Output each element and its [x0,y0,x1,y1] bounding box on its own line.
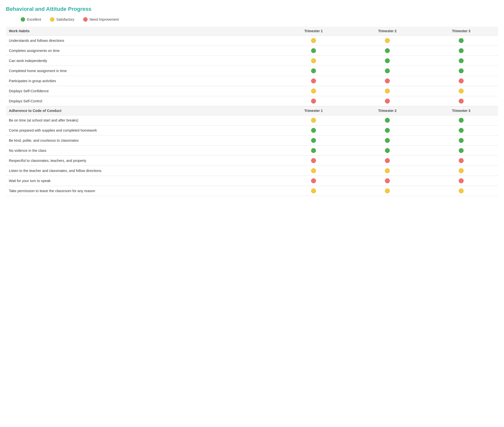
satisfactory-dot-icon [385,188,390,193]
satisfactory-dot-icon [385,38,390,43]
row-value-t1 [277,86,350,96]
legend-need-improvement: Need Improvement [83,17,119,22]
satisfactory-dot-icon [50,17,54,22]
excellent-dot-icon [459,148,464,153]
table-row: Listen to the teacher and classmates, an… [6,166,498,176]
section-header-0: Work HabitsTrimester 1Trimester 2Trimest… [6,27,498,36]
row-value-t1 [277,146,350,156]
need-improvement-dot-icon [459,158,464,163]
excellent-dot-icon [459,138,464,143]
row-value-t2 [350,156,424,166]
row-value-t3 [424,56,498,66]
table-row: Wait for your turn to speak [6,176,498,186]
table-row: Understands and follows directions [6,36,498,46]
need-improvement-dot-icon [459,78,464,83]
need-improvement-dot-icon [385,158,390,163]
need-improvement-dot-icon [311,158,316,163]
row-value-t3 [424,176,498,186]
row-label: Completed home assignment in time [6,66,277,76]
row-value-t1 [277,76,350,86]
table-row: Completes assignments on time [6,46,498,56]
row-value-t2 [350,146,424,156]
row-value-t2 [350,176,424,186]
excellent-dot-icon [385,58,390,63]
legend-need-improvement-label: Need Improvement [90,17,119,21]
row-value-t1 [277,166,350,176]
excellent-dot-icon [385,138,390,143]
trimester-header-0: Trimester 1 [277,27,350,36]
satisfactory-dot-icon [459,89,464,93]
row-value-t3 [424,136,498,146]
row-value-t3 [424,166,498,176]
need-improvement-dot-icon [385,99,390,104]
excellent-dot-icon [311,68,316,73]
satisfactory-dot-icon [311,168,316,173]
satisfactory-dot-icon [311,188,316,193]
satisfactory-dot-icon [311,89,316,93]
satisfactory-dot-icon [311,58,316,63]
table-row: Come prepared with supplies and complete… [6,125,498,136]
table-row: Be kind, polite, and courteous to classm… [6,136,498,146]
row-label: No voilence in the class [6,146,277,156]
row-value-t1 [277,136,350,146]
row-value-t2 [350,186,424,196]
row-value-t2 [350,86,424,96]
table-row: Completed home assignment in time [6,66,498,76]
trimester-header-0: Trimester 1 [277,106,350,115]
row-value-t2 [350,166,424,176]
table-row: Can work independently [6,56,498,66]
row-value-t2 [350,115,424,125]
row-label: Come prepared with supplies and complete… [6,125,277,136]
need-improvement-dot-icon [311,78,316,83]
row-label: Completes assignments on time [6,46,277,56]
table-row: Participates in group activities [6,76,498,86]
row-value-t1 [277,36,350,46]
row-value-t3 [424,146,498,156]
excellent-dot-icon [385,128,390,133]
legend-excellent: Excellent [21,17,41,22]
row-value-t1 [277,115,350,125]
row-label: Participates in group activities [6,76,277,86]
row-label: Can work independently [6,56,277,66]
table-row: Take permission to leave the classroom f… [6,186,498,196]
need-improvement-dot-icon [385,178,390,183]
row-value-t2 [350,125,424,136]
table-row: Displays Self-Confidence [6,86,498,96]
row-value-t3 [424,36,498,46]
row-value-t2 [350,56,424,66]
trimester-header-1: Trimester 2 [350,106,424,115]
row-label: Understands and follows directions [6,36,277,46]
page-title: Behavioral and Attitude Progress [6,6,498,12]
row-value-t2 [350,136,424,146]
excellent-dot-icon [459,58,464,63]
legend-satisfactory-label: Satisfactory [56,17,74,21]
row-value-t3 [424,115,498,125]
row-value-t3 [424,96,498,106]
excellent-dot-icon [459,38,464,43]
need-improvement-dot-icon [311,99,316,104]
row-value-t1 [277,186,350,196]
excellent-dot-icon [459,48,464,53]
legend-satisfactory: Satisfactory [50,17,74,22]
need-improvement-dot-icon [459,178,464,183]
section-name-0: Work Habits [6,27,277,36]
row-value-t1 [277,66,350,76]
progress-table: Work HabitsTrimester 1Trimester 2Trimest… [6,27,498,196]
row-value-t3 [424,86,498,96]
excellent-dot-icon [459,118,464,123]
excellent-dot-icon [311,128,316,133]
row-value-t1 [277,156,350,166]
row-value-t3 [424,46,498,56]
row-value-t1 [277,125,350,136]
row-label: Be kind, polite, and courteous to classm… [6,136,277,146]
row-value-t2 [350,66,424,76]
excellent-dot-icon [459,68,464,73]
trimester-header-2: Trimester 3 [424,27,498,36]
row-value-t3 [424,186,498,196]
table-row: Displays Self-Control [6,96,498,106]
row-value-t3 [424,125,498,136]
row-value-t1 [277,46,350,56]
excellent-dot-icon [385,118,390,123]
row-label: Listen to the teacher and classmates, an… [6,166,277,176]
excellent-dot-icon [385,48,390,53]
